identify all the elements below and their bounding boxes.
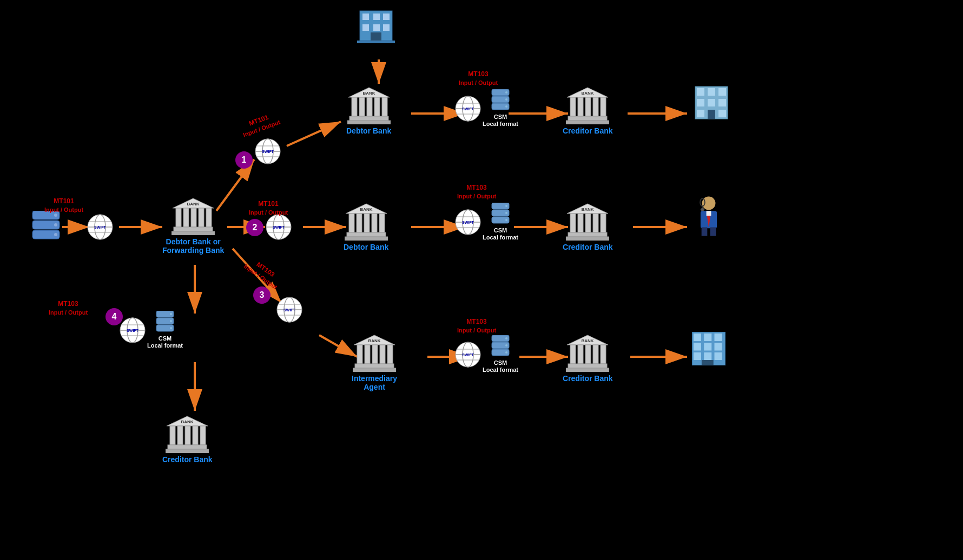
svg-rect-159 <box>193 426 198 445</box>
svg-rect-106 <box>364 214 370 232</box>
svg-rect-160 <box>200 426 206 445</box>
creditor-bank-bot-left: BANK Creditor Bank <box>162 415 213 464</box>
svg-rect-65 <box>708 99 715 106</box>
svg-rect-63 <box>718 88 726 96</box>
svg-point-153 <box>170 320 172 322</box>
svg-rect-110 <box>345 237 388 241</box>
svg-rect-69 <box>708 110 715 119</box>
swift-1: SWIFT <box>254 138 281 165</box>
svg-rect-209 <box>715 352 722 360</box>
creditor-bank-mid-label: Creditor Bank <box>563 243 613 251</box>
creditor-bank-top-label: Creditor Bank <box>563 126 613 135</box>
csm-label-top: CSMLocal format <box>483 114 518 128</box>
svg-point-50 <box>505 105 507 108</box>
svg-rect-26 <box>373 24 380 31</box>
svg-rect-210 <box>702 360 714 365</box>
svg-rect-68 <box>718 110 726 117</box>
svg-point-48 <box>505 91 507 94</box>
svg-rect-23 <box>373 14 380 20</box>
svg-text:SWIFT: SWIFT <box>283 308 295 312</box>
svg-rect-196 <box>601 345 606 364</box>
svg-text:SWIFT: SWIFT <box>127 329 138 332</box>
svg-rect-131 <box>566 237 609 241</box>
swift-csm-bot: SWIFT CSMLocal format <box>454 335 518 374</box>
svg-rect-89 <box>172 231 215 235</box>
svg-rect-158 <box>185 426 190 445</box>
svg-text:SWIFT: SWIFT <box>462 353 474 357</box>
left-db <box>30 211 62 241</box>
right-building-top <box>692 84 730 122</box>
svg-text:SWIFT: SWIFT <box>262 150 274 154</box>
svg-rect-28 <box>371 32 381 41</box>
svg-rect-36 <box>349 116 388 121</box>
svg-rect-37 <box>347 121 391 124</box>
right-building-bot <box>690 330 728 368</box>
svg-point-154 <box>170 327 172 329</box>
svg-text:BANK: BANK <box>582 338 594 343</box>
svg-rect-173 <box>372 345 378 364</box>
svg-rect-25 <box>362 24 369 31</box>
svg-rect-136 <box>707 211 709 216</box>
mt101-left-label: MT101Input / Output <box>44 197 83 214</box>
svg-rect-85 <box>191 208 196 227</box>
svg-line-5 <box>287 122 341 146</box>
svg-rect-207 <box>694 352 701 360</box>
swift-csm-4: SWIFT CSMLocal format <box>119 311 183 349</box>
csm-label-bot: CSMLocal format <box>483 359 518 374</box>
svg-rect-108 <box>379 214 385 232</box>
svg-rect-175 <box>387 345 393 364</box>
svg-rect-109 <box>347 232 386 237</box>
debtor-bank-mid-label: Debtor Bank <box>344 243 388 251</box>
svg-rect-35 <box>382 97 387 116</box>
svg-rect-128 <box>593 214 598 232</box>
swift-2: SWIFT <box>265 214 292 241</box>
svg-rect-205 <box>704 343 711 351</box>
swift-3: SWIFT <box>276 296 303 323</box>
svg-rect-130 <box>568 232 607 237</box>
svg-rect-206 <box>715 343 722 351</box>
svg-rect-176 <box>355 364 394 368</box>
svg-rect-157 <box>177 426 183 445</box>
top-building <box>357 5 395 43</box>
svg-point-133 <box>702 197 716 210</box>
svg-rect-22 <box>362 14 369 20</box>
svg-rect-54 <box>585 97 591 116</box>
svg-rect-105 <box>357 214 362 232</box>
num-circle-3: 3 <box>253 286 271 304</box>
svg-point-121 <box>505 205 507 207</box>
svg-text:BANK: BANK <box>360 207 372 212</box>
svg-rect-137 <box>709 211 711 216</box>
svg-text:BANK: BANK <box>181 419 194 424</box>
svg-rect-62 <box>708 88 715 96</box>
svg-rect-32 <box>359 97 365 116</box>
svg-rect-177 <box>353 368 396 372</box>
svg-rect-127 <box>585 214 591 232</box>
mt103-label-mid: MT103Input / Output <box>457 184 496 201</box>
svg-point-190 <box>505 351 507 354</box>
svg-rect-193 <box>578 345 583 364</box>
svg-rect-194 <box>585 345 591 364</box>
right-person <box>690 195 728 238</box>
csm-label-mid: CSMLocal format <box>483 227 518 241</box>
creditor-bank-bot-right: BANK Creditor Bank <box>563 334 613 383</box>
debtor-bank-top-label: Debtor Bank <box>346 126 391 135</box>
svg-rect-24 <box>383 14 390 20</box>
mt103-label-bot: MT103Input / Output <box>457 318 496 335</box>
svg-point-122 <box>505 212 507 214</box>
svg-point-188 <box>505 337 507 339</box>
mt103-label-top: MT103Input / Output <box>459 70 498 87</box>
svg-rect-86 <box>199 208 204 227</box>
num-circle-1: 1 <box>235 151 253 169</box>
svg-point-142 <box>701 208 704 211</box>
svg-rect-161 <box>168 445 207 449</box>
svg-text:BANK: BANK <box>362 91 375 96</box>
svg-rect-55 <box>593 97 598 116</box>
svg-rect-208 <box>704 352 711 360</box>
svg-rect-29 <box>357 41 395 43</box>
svg-text:BANK: BANK <box>368 338 380 343</box>
svg-rect-204 <box>694 343 701 351</box>
svg-rect-201 <box>694 334 701 341</box>
mt101-1-label: MT101Input / Output <box>239 110 281 139</box>
creditor-bank-bot-right-label: Creditor Bank <box>563 374 613 383</box>
svg-rect-33 <box>367 97 372 116</box>
